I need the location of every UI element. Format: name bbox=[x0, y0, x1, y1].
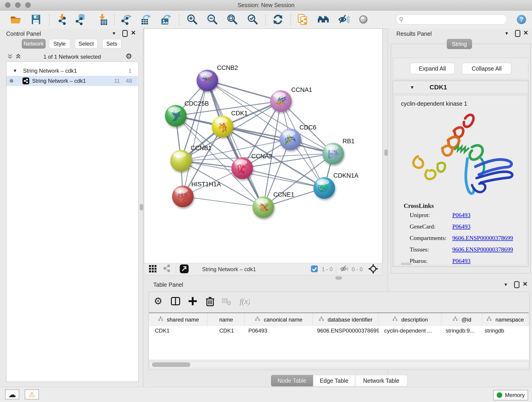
table-row[interactable]: CDK1CDK1P064939606.ENSP00000378699cyclin… bbox=[149, 326, 529, 335]
search-box[interactable]: ⚲ bbox=[396, 14, 507, 25]
network-edge[interactable] bbox=[207, 80, 281, 101]
birdseye-view-icon[interactable] bbox=[148, 264, 158, 275]
table-cell[interactable]: cyclin-dependent ... bbox=[379, 326, 442, 335]
results-close-icon[interactable]: ✕ bbox=[523, 29, 528, 36]
export-table-icon[interactable] bbox=[139, 13, 152, 26]
protein-collapse-icon[interactable]: ▼ bbox=[410, 85, 414, 90]
zoom-in-icon[interactable] bbox=[186, 13, 198, 26]
show-all-icon[interactable] bbox=[357, 13, 370, 26]
save-session-icon[interactable] bbox=[30, 13, 42, 26]
collection-expand-icon[interactable]: ▼ bbox=[13, 68, 17, 73]
tab-network[interactable]: Network bbox=[22, 39, 46, 49]
table-cell[interactable]: 9606.ENSP00000378699 bbox=[312, 326, 379, 335]
column-header-database-identifier[interactable]: database identifier bbox=[312, 313, 379, 326]
column-header-canonical-name[interactable]: canonical name bbox=[245, 313, 312, 326]
warnings-button[interactable]: ⚠ bbox=[25, 389, 39, 400]
results-scrollbar-stub[interactable] bbox=[401, 263, 412, 265]
import-network-database-icon[interactable] bbox=[75, 13, 88, 26]
crosslink-link[interactable]: 9606.ENSP00000378699 bbox=[452, 235, 513, 242]
open-session-icon[interactable] bbox=[9, 13, 22, 26]
network-edge[interactable] bbox=[183, 196, 263, 207]
network-selection-status: 1 of 1 Network selected bbox=[27, 54, 117, 60]
import-table-file-icon[interactable] bbox=[96, 13, 109, 26]
search-input[interactable] bbox=[405, 16, 498, 23]
table-cell[interactable]: CDK1 bbox=[208, 326, 245, 335]
detach-view-icon[interactable] bbox=[179, 264, 189, 275]
network-edge[interactable] bbox=[242, 168, 324, 188]
zoom-fit-icon[interactable] bbox=[226, 13, 239, 26]
group-nodes-icon[interactable] bbox=[317, 13, 330, 26]
tab-string-results[interactable]: String bbox=[447, 39, 472, 49]
hide-selected-icon[interactable] bbox=[337, 13, 350, 26]
zoom-selected-icon[interactable] bbox=[246, 13, 259, 26]
panel-close-icon[interactable]: ✕ bbox=[131, 29, 136, 36]
help-icon[interactable]: ? bbox=[515, 13, 528, 26]
table-cell[interactable]: stringdb bbox=[482, 326, 528, 335]
import-network-file-icon[interactable] bbox=[56, 13, 69, 26]
tab-select[interactable]: Select bbox=[75, 39, 98, 49]
protein-section-header[interactable]: ▼ CDK1 bbox=[393, 81, 528, 94]
left-splitter-handle[interactable] bbox=[140, 204, 143, 211]
tab-edge-table[interactable]: Edge Table bbox=[313, 375, 355, 386]
hidden-eye-icon[interactable] bbox=[339, 264, 349, 275]
network-node-CCNA1[interactable]: CCNA1 bbox=[270, 86, 312, 112]
node-label: CDC25B bbox=[184, 100, 209, 107]
export-image-icon[interactable] bbox=[159, 13, 172, 26]
table-delete-icon[interactable] bbox=[204, 295, 216, 307]
table-add-icon[interactable] bbox=[187, 295, 199, 307]
column-header-namespace[interactable]: namespace bbox=[482, 313, 528, 326]
crosslink-link[interactable]: P06493 bbox=[452, 258, 470, 264]
network-row[interactable]: String Network – cdk1 11 48 bbox=[6, 76, 138, 86]
network-node-CCNE1[interactable]: CCNE1 bbox=[253, 191, 294, 218]
table-close-icon[interactable]: ✕ bbox=[523, 281, 528, 288]
table-scrollbar-thumb[interactable] bbox=[152, 362, 190, 367]
network-node-CDK1[interactable]: CDK1 bbox=[212, 110, 248, 137]
table-horizontal-scrollbar[interactable] bbox=[149, 362, 529, 368]
table-float-icon[interactable] bbox=[514, 281, 519, 288]
main-toolbar: ⚲ ? bbox=[0, 11, 532, 29]
column-header-name[interactable]: name bbox=[208, 313, 245, 326]
tab-sets[interactable]: Sets bbox=[102, 39, 121, 49]
table-cell[interactable]: CDK1 bbox=[149, 326, 208, 335]
table-gear-icon[interactable]: ⚙ bbox=[152, 295, 164, 307]
column-header--id[interactable]: @id bbox=[442, 313, 482, 326]
collapse-all-button[interactable]: Collapse All bbox=[462, 63, 511, 74]
network-node-RB1[interactable]: RB1 bbox=[322, 138, 355, 164]
results-float-icon[interactable] bbox=[515, 30, 520, 37]
network-node-CDKN1A[interactable]: CDKN1A bbox=[313, 172, 359, 199]
crosslink-link[interactable]: P06493 bbox=[452, 212, 470, 219]
table-menu-icon[interactable]: ▼ bbox=[504, 282, 508, 287]
crosslink-link[interactable]: P06493 bbox=[452, 223, 470, 230]
network-edge[interactable] bbox=[183, 80, 207, 196]
expand-all-button[interactable]: Expand All bbox=[410, 63, 455, 74]
network-collection-row[interactable]: ▼ String Network – cdk1 1 bbox=[6, 66, 138, 76]
tab-style[interactable]: Style bbox=[49, 39, 70, 49]
string-view-icon[interactable] bbox=[162, 264, 172, 275]
network-options-gear-icon[interactable]: ⚙ bbox=[126, 52, 132, 60]
network-canvas[interactable]: CCNB2CCNA1CDC25BCDK1CDC6RB1CCNB1CCNA2CDK… bbox=[144, 28, 383, 264]
first-neighbors-icon[interactable] bbox=[296, 13, 309, 26]
crosslink-link[interactable]: 9606.ENSP00000378699 bbox=[452, 246, 513, 253]
tab-node-table[interactable]: Node Table bbox=[271, 375, 313, 386]
column-header-shared-name[interactable]: shared name bbox=[149, 313, 208, 326]
column-header-description[interactable]: description bbox=[379, 313, 442, 326]
cloud-status-button[interactable]: ☁ bbox=[5, 389, 19, 400]
table-cell[interactable]: P06493 bbox=[245, 326, 312, 335]
bottom-splitter-handle[interactable] bbox=[336, 276, 342, 280]
panel-float-icon[interactable] bbox=[122, 30, 128, 37]
export-network-icon[interactable] bbox=[120, 13, 133, 26]
results-menu-icon[interactable]: ▼ bbox=[505, 31, 509, 36]
refresh-view-icon[interactable] bbox=[272, 13, 284, 26]
zoom-out-icon[interactable] bbox=[206, 13, 219, 26]
selected-checkbox-icon[interactable] bbox=[309, 264, 319, 275]
memory-button[interactable]: Memory bbox=[493, 390, 528, 400]
network-node-HIST1H1A[interactable]: HIST1H1A bbox=[172, 181, 221, 207]
table-cell[interactable]: stringdb:9... bbox=[442, 326, 482, 335]
network-node-CCNB1[interactable]: CCNB1 bbox=[170, 145, 212, 172]
table-columns-icon[interactable] bbox=[170, 295, 181, 307]
fit-content-icon[interactable] bbox=[368, 264, 378, 275]
panel-menu-icon[interactable]: ▼ bbox=[112, 31, 116, 36]
tab-network-table[interactable]: Network Table bbox=[355, 375, 407, 386]
network-edge[interactable] bbox=[207, 80, 263, 207]
right-splitter-handle[interactable] bbox=[385, 149, 388, 156]
